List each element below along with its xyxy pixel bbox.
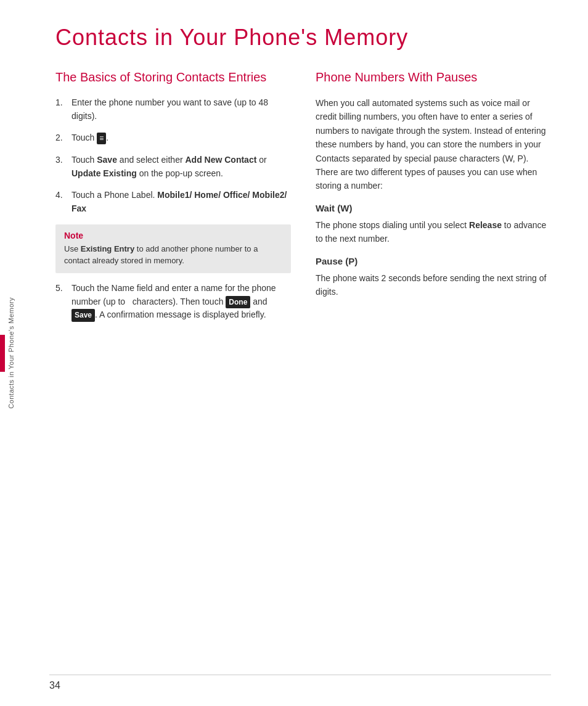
note-text: Use Existing Entry to add another phone …: [64, 243, 282, 267]
wait-heading: Wait (W): [316, 203, 551, 213]
left-column: The Basics of Storing Contacts Entries 1…: [55, 69, 291, 330]
pause-text: The phone waits 2 seconds before sending…: [316, 271, 551, 299]
left-section-heading: The Basics of Storing Contacts Entries: [55, 69, 291, 85]
list-content-4: Touch a Phone Label. Mobile1/ Home/ Offi…: [71, 189, 291, 215]
list-content-5: Touch the Name field and enter a name fo…: [71, 282, 291, 322]
list-number-3: 3.: [55, 154, 68, 180]
wait-text: The phone stops dialing until you select…: [316, 218, 551, 246]
list-content-3: Touch Save and select either Add New Con…: [71, 154, 291, 180]
list-item: 1. Enter the phone number you want to sa…: [55, 96, 291, 123]
right-column: Phone Numbers With Pauses When you call …: [316, 69, 551, 330]
pause-heading: Pause (P): [316, 256, 551, 266]
list-content-2: Touch ≡.: [71, 131, 291, 145]
done-button-inline: Done: [226, 296, 250, 309]
list-item: 5. Touch the Name field and enter a name…: [55, 282, 291, 322]
list-number-4: 4.: [55, 189, 68, 215]
menu-icon: ≡: [97, 133, 106, 144]
list-number-5: 5.: [55, 282, 68, 322]
page-container: Contacts in Your Phone's Memory Contacts…: [0, 0, 588, 706]
sidebar-bar: [0, 335, 5, 372]
two-column-layout: The Basics of Storing Contacts Entries 1…: [55, 69, 551, 330]
sidebar: Contacts in Your Phone's Memory: [0, 0, 22, 706]
save-button-inline: Save: [71, 309, 95, 322]
list-item: 3. Touch Save and select either Add New …: [55, 154, 291, 180]
list-item: 4. Touch a Phone Label. Mobile1/ Home/ O…: [55, 189, 291, 215]
sidebar-label: Contacts in Your Phone's Memory: [7, 297, 15, 409]
note-label: Note: [64, 231, 282, 240]
note-box: Note Use Existing Entry to add another p…: [55, 224, 291, 273]
right-intro-text: When you call automated systems such as …: [316, 96, 551, 193]
page-title: Contacts in Your Phone's Memory: [55, 25, 551, 51]
list-number-2: 2.: [55, 131, 68, 145]
list-content-1: Enter the phone number you want to save …: [71, 96, 291, 123]
right-section-heading: Phone Numbers With Pauses: [316, 69, 551, 85]
page-divider: [49, 675, 551, 675]
page-number: 34: [49, 680, 60, 691]
list-number-1: 1.: [55, 96, 68, 123]
list-item: 2. Touch ≡.: [55, 131, 291, 145]
